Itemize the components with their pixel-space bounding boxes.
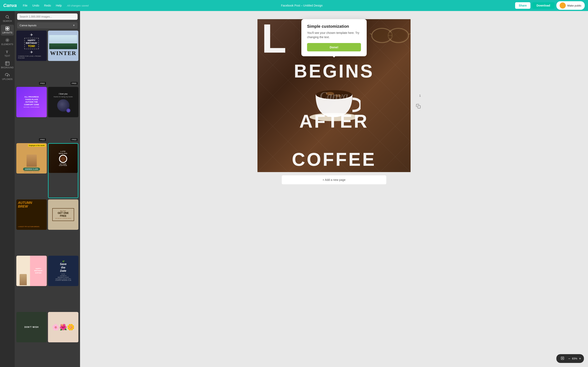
add-page-button[interactable]: + Add a new page <box>282 175 387 184</box>
design-title: Facebook Post – Untitled Design <box>281 4 323 7</box>
zoom-out-button[interactable]: − <box>568 357 571 360</box>
sidebar-item-uploads[interactable]: UPLOADS <box>1 71 14 82</box>
menu-redo[interactable]: Redo <box>42 3 53 8</box>
template-card-winter[interactable]: WINTER FREE <box>48 31 78 86</box>
sidebar-item-background[interactable]: BKGROUND <box>1 59 14 70</box>
sidebar-label-background: BKGROUND <box>1 67 14 69</box>
template-card-dontwish[interactable]: DON'T WISH <box>16 312 47 367</box>
svg-rect-3 <box>8 27 9 28</box>
panel-search-area <box>15 11 80 22</box>
canva-logo[interactable]: Canva <box>3 3 17 8</box>
free-badge: FREE <box>39 82 46 85</box>
sidebar-item-search[interactable]: SEARCH <box>1 13 14 24</box>
autosave-status: All changes saved <box>67 4 89 7</box>
chevron-down-icon: ▼ <box>72 24 75 27</box>
canvas-scroll[interactable]: Simple customization You'll see your cho… <box>80 11 588 367</box>
tooltip-overlay: Simple customization You'll see your cho… <box>301 19 367 56</box>
svg-rect-12 <box>418 106 420 108</box>
tooltip-done-button[interactable]: Done! <box>307 43 361 51</box>
menu-help[interactable]: Help <box>54 3 64 8</box>
canvas-watermark: Canva <box>320 90 348 102</box>
template-card-love[interactable]: I love you thanks for being my bestie FR… <box>48 87 78 142</box>
sidebar-label-text: TEXT <box>4 55 10 57</box>
template-card-birthday[interactable]: ✈ HAPPYBIRTHDAYTOM! ✈ COMING FOR LOVE • … <box>16 31 47 86</box>
background-icon <box>5 61 9 66</box>
layouts-dropdown[interactable]: Canva layouts ▼ <box>17 22 78 29</box>
canvas-text-begins[interactable]: BEGINS <box>261 61 406 82</box>
uploads-icon <box>5 73 9 77</box>
share-button[interactable]: Share <box>515 2 530 9</box>
menu-file[interactable]: File <box>21 3 30 8</box>
template-card-employee[interactable]: Employee of the month ANDREW CLARK Head … <box>16 143 47 198</box>
topbar: Canva File Undo Redo Help All changes sa… <box>0 0 588 11</box>
download-button[interactable]: Download <box>532 2 555 9</box>
tooltip-title: Simple customization <box>307 24 361 29</box>
template-card-birthday2[interactable]: HAPPYBIRTHDAYSOPHIE! <box>16 256 47 311</box>
zoom-bar: − 83% + <box>556 354 584 363</box>
canvas-text-after[interactable]: AFTER <box>261 111 406 132</box>
free-badge: FREE <box>71 138 78 141</box>
svg-point-6 <box>7 40 8 41</box>
sidebar-item-elements[interactable]: ELEMENTS <box>1 36 14 47</box>
sidebar-item-layouts[interactable]: LAYOUTS <box>1 25 14 35</box>
sidebar-item-text[interactable]: T TEXT <box>1 48 14 59</box>
free-badge: FREE <box>71 82 78 85</box>
svg-rect-2 <box>6 27 7 28</box>
canvas-text-coffee[interactable]: COFFEE <box>261 149 406 170</box>
svg-line-1 <box>8 18 9 18</box>
page-number: 1 <box>419 94 421 97</box>
menu-undo[interactable]: Undo <box>30 3 41 8</box>
sidebar-label-search: SEARCH <box>3 20 12 22</box>
tooltip-box: Simple customization You'll see your cho… <box>301 19 367 56</box>
layouts-panel: Canva layouts ▼ ✈ HAPPYBIRTHDAYTOM! ✈ CO… <box>15 11 80 367</box>
layouts-icon <box>5 26 9 31</box>
topbar-center: Facebook Post – Untitled Design <box>91 4 513 7</box>
elements-icon <box>5 38 9 42</box>
svg-rect-8 <box>6 62 9 65</box>
text-icon: T <box>5 50 9 54</box>
dropdown-label: Canva layouts <box>20 24 36 27</box>
fullscreen-button[interactable] <box>559 355 566 362</box>
canvas-area: Simple customization You'll see your cho… <box>80 11 588 367</box>
template-card-flowers[interactable]: 🌸🌺🌼 <box>48 312 78 367</box>
template-card-getone[interactable]: Buy One: GET ONEFREE ON SELECT COFFEE BA… <box>48 200 78 254</box>
make-public-button[interactable]: Make public <box>556 1 585 10</box>
template-card-progress[interactable]: ALL PROGRESSTAKES PLACEOUTSIDE THECOMFOR… <box>16 87 47 142</box>
free-badge: FREE <box>39 138 46 141</box>
template-card-savedate[interactable]: 🌿 SavetheDate for themarriage ofMIRANDA … <box>48 256 78 311</box>
search-icon <box>5 15 9 19</box>
template-grid: ✈ HAPPYBIRTHDAYTOM! ✈ COMING FOR LOVE • … <box>15 31 80 367</box>
svg-text:T: T <box>6 50 8 54</box>
zoom-level: 83% <box>572 357 577 360</box>
tooltip-body: You'll see your chosen template here. Tr… <box>307 31 361 39</box>
template-card-autumn[interactable]: AUTUMNBREW • A MUST-TRY AUTUMN BREWS <box>16 200 47 254</box>
svg-point-0 <box>6 16 9 18</box>
avatar <box>560 2 566 8</box>
template-card-coffee[interactable]: LIFE BEGINS AFTER COFFEE <box>48 143 78 198</box>
topbar-menu: File Undo Redo Help <box>21 3 64 8</box>
sidebar: SEARCH LAYOUTS ELEMENTS T TEXT BKGROUND … <box>0 11 15 367</box>
make-public-label: Make public <box>567 4 581 7</box>
topbar-actions: Share Download Make public <box>515 1 585 10</box>
main-area: SEARCH LAYOUTS ELEMENTS T TEXT BKGROUND … <box>0 11 588 367</box>
search-input[interactable] <box>17 13 78 20</box>
zoom-in-button[interactable]: + <box>579 357 581 360</box>
svg-rect-4 <box>6 29 7 30</box>
copy-icon[interactable] <box>416 104 421 109</box>
sidebar-label-uploads: UPLOADS <box>2 78 12 80</box>
svg-rect-5 <box>8 29 9 30</box>
sidebar-label-elements: ELEMENTS <box>1 43 13 45</box>
sidebar-label-layouts: LAYOUTS <box>2 32 12 34</box>
